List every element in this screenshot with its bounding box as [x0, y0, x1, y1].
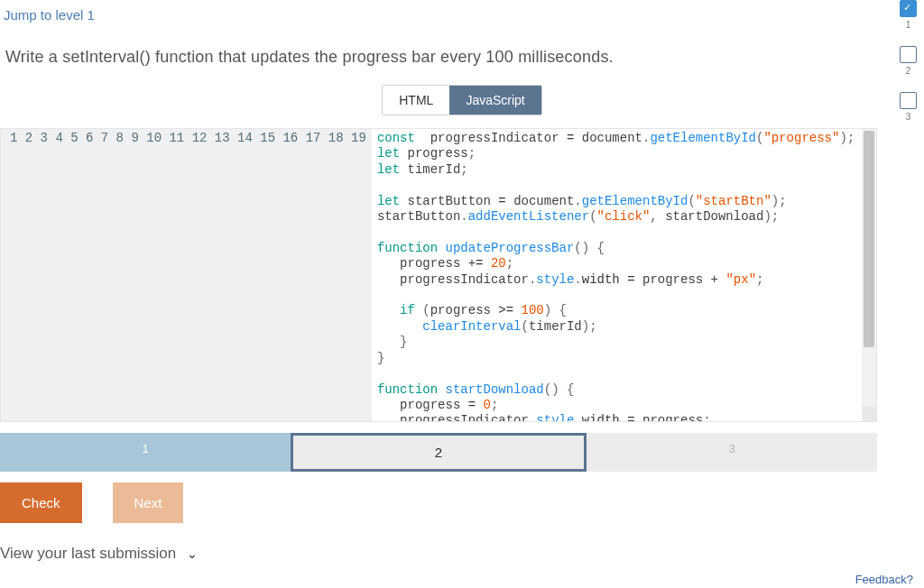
- feedback-link[interactable]: Feedback?: [855, 573, 913, 586]
- code-editor[interactable]: 1 2 3 4 5 6 7 8 9 10 11 12 13 14 15 16 1…: [0, 128, 877, 422]
- side-progress-steps: 1 2 3: [900, 0, 917, 122]
- side-step-2[interactable]: 2: [900, 46, 917, 76]
- code-tab-switcher: HTML JavaScript: [0, 85, 924, 115]
- side-step-3[interactable]: 3: [900, 92, 917, 122]
- step-segment-2[interactable]: 2: [291, 433, 587, 472]
- side-step-1[interactable]: 1: [900, 0, 917, 30]
- step-progress-bar: 1 2 3: [0, 433, 877, 472]
- line-number-gutter: 1 2 3 4 5 6 7 8 9 10 11 12 13 14 15 16 1…: [1, 129, 372, 421]
- view-last-submission-toggle[interactable]: View your last submission ⌄: [0, 545, 924, 563]
- tab-html[interactable]: HTML: [383, 86, 449, 115]
- scrollbar-track[interactable]: [862, 129, 876, 421]
- side-step-label: 3: [906, 112, 911, 122]
- tab-javascript[interactable]: JavaScript: [449, 86, 541, 115]
- side-step-label: 2: [906, 66, 911, 76]
- question-prompt: Write a setInterval() function that upda…: [4, 48, 924, 67]
- chevron-down-icon: ⌄: [187, 547, 198, 561]
- checkbox-icon: [900, 92, 917, 109]
- submission-toggle-label: View your last submission: [0, 545, 176, 563]
- side-step-label: 1: [906, 20, 911, 30]
- scrollbar-thumb[interactable]: [864, 131, 874, 347]
- checkbox-icon: [900, 46, 917, 63]
- jump-to-level-link[interactable]: Jump to level 1: [4, 7, 924, 23]
- code-area[interactable]: const progressIndicator = document.getEl…: [372, 129, 876, 421]
- step-segment-3[interactable]: 3: [587, 433, 877, 472]
- step-segment-1[interactable]: 1: [0, 433, 291, 472]
- check-button[interactable]: Check: [0, 482, 82, 523]
- checkbox-icon: [900, 0, 917, 17]
- next-button[interactable]: Next: [113, 482, 184, 523]
- scroll-corner: [862, 407, 876, 421]
